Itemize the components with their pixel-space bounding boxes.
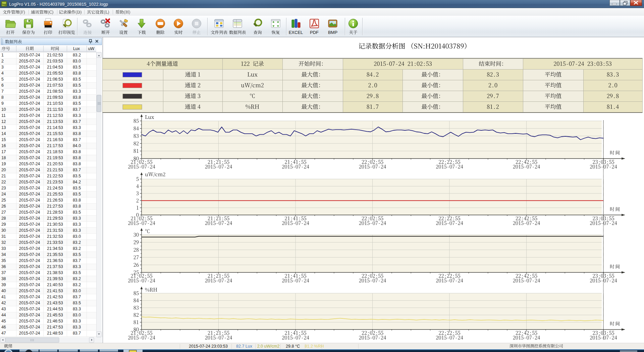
svg-text:2015-07-24: 2015-07-24 [19, 319, 40, 323]
svg-text:83.7: 83.7 [73, 295, 81, 299]
svg-text:81.2 %RH: 81.2 %RH [305, 344, 324, 349]
svg-text:25: 25 [1, 198, 6, 203]
svg-text:83.3: 83.3 [73, 113, 81, 118]
svg-text:2015-07-24: 2015-07-24 [19, 331, 40, 336]
svg-text:21:30:53: 21:30:53 [47, 222, 63, 227]
svg-text:2015-07-24: 2015-07-24 [19, 246, 40, 251]
svg-text:15: 15 [1, 137, 6, 142]
svg-text:2.0 uW/cm2: 2.0 uW/cm2 [257, 344, 280, 349]
svg-text:2015-07-24: 2015-07-24 [19, 307, 40, 311]
svg-text:21:42:53: 21:42:53 [47, 295, 63, 299]
svg-text:29: 29 [1, 222, 6, 227]
svg-text:83.7: 83.7 [73, 137, 81, 142]
svg-text:21:34:53: 21:34:53 [47, 246, 63, 251]
svg-text:21:22:53: 21:22:53 [47, 174, 63, 178]
svg-text:19: 19 [1, 162, 6, 166]
svg-text:21: 21 [1, 174, 6, 178]
svg-text:21:32:53: 21:32:53 [47, 234, 63, 239]
svg-text:83.5: 83.5 [73, 77, 81, 82]
svg-text:11: 11 [1, 113, 6, 118]
svg-text:17: 17 [1, 149, 6, 154]
svg-text:2015-07-24: 2015-07-24 [19, 53, 40, 57]
svg-text:83.3: 83.3 [73, 125, 81, 130]
svg-text:2015-07-24: 2015-07-24 [19, 113, 40, 118]
svg-text:83.7: 83.7 [73, 258, 81, 263]
svg-text:21:24:53: 21:24:53 [47, 186, 63, 190]
svg-text:21:48:53: 21:48:53 [47, 331, 63, 336]
svg-text:2015-07-24: 2015-07-24 [19, 222, 40, 227]
svg-text:2015-07-24: 2015-07-24 [19, 174, 40, 178]
svg-text:23: 23 [1, 186, 6, 190]
svg-text:21:10:53: 21:10:53 [47, 101, 63, 106]
svg-text:2015-07-24: 2015-07-24 [19, 65, 40, 70]
svg-text:13: 13 [1, 125, 6, 130]
svg-text:21:18:53: 21:18:53 [47, 149, 63, 154]
svg-text:2015-07-24: 2015-07-24 [19, 295, 40, 299]
svg-text:2015-07-24: 2015-07-24 [19, 198, 40, 203]
svg-text:83.8: 83.8 [73, 149, 81, 154]
svg-text:37: 37 [1, 270, 6, 275]
svg-text:83.3: 83.3 [73, 89, 81, 94]
svg-text:82.7 Lux: 82.7 Lux [236, 344, 253, 349]
svg-text:Lux: Lux [73, 46, 80, 51]
svg-text:2015-07-24: 2015-07-24 [19, 282, 40, 287]
svg-text:uW: uW [88, 46, 95, 51]
svg-text:83.5: 83.5 [73, 65, 81, 70]
svg-text:47: 47 [1, 331, 6, 336]
svg-text:21:44:53: 21:44:53 [47, 307, 63, 311]
svg-text:83.3: 83.3 [73, 319, 81, 323]
svg-text:2015-07-24: 2015-07-24 [19, 101, 40, 106]
svg-text:21:16:53: 21:16:53 [47, 137, 63, 142]
svg-text:43: 43 [1, 307, 6, 311]
svg-text:83.3: 83.3 [73, 222, 81, 227]
svg-text:83.2: 83.2 [73, 53, 81, 57]
svg-text:7: 7 [1, 89, 4, 94]
svg-text:83.5: 83.5 [73, 210, 81, 215]
svg-text:21:04:53: 21:04:53 [47, 65, 63, 70]
svg-text:83.5: 83.5 [73, 186, 81, 190]
svg-text:83.5: 83.5 [73, 174, 81, 178]
svg-text:31: 31 [1, 234, 6, 239]
svg-text:83.8: 83.8 [73, 198, 81, 203]
svg-text:21:26:53: 21:26:53 [47, 198, 63, 203]
svg-text:2015-07-24: 2015-07-24 [19, 162, 40, 166]
svg-text:21:02:53: 21:02:53 [47, 53, 63, 57]
svg-text:2015-07-24: 2015-07-24 [19, 137, 40, 142]
svg-text:1: 1 [1, 53, 4, 57]
svg-text:2015-07-24: 2015-07-24 [19, 125, 40, 130]
svg-text:21:20:53: 21:20:53 [47, 162, 63, 166]
svg-text:39: 39 [1, 282, 6, 287]
svg-text:2015-07-24: 2015-07-24 [19, 270, 40, 275]
svg-text:83.5: 83.5 [73, 270, 81, 275]
svg-text:83.7: 83.7 [73, 331, 81, 336]
svg-text:21:46:53: 21:46:53 [47, 319, 63, 323]
svg-text:29.8 °C: 29.8 °C [286, 344, 300, 349]
svg-text:83.2: 83.2 [73, 282, 81, 287]
svg-text:27: 27 [1, 210, 6, 215]
svg-text:9: 9 [1, 101, 4, 106]
svg-text:21:14:53: 21:14:53 [47, 125, 63, 130]
svg-text:2015-07-24: 2015-07-24 [19, 186, 40, 190]
svg-text:2015-07-24: 2015-07-24 [19, 149, 40, 154]
svg-text:BMP: BMP [328, 30, 337, 35]
svg-text:2015-07-24: 2015-07-24 [19, 234, 40, 239]
svg-text:5: 5 [1, 77, 4, 82]
svg-text:3: 3 [1, 65, 4, 70]
svg-text:2015-07-24: 2015-07-24 [19, 258, 40, 263]
svg-text:21:28:53: 21:28:53 [47, 210, 63, 215]
svg-text:83.0: 83.0 [73, 234, 81, 239]
svg-text:83.3: 83.3 [73, 307, 81, 311]
svg-text:21:06:53: 21:06:53 [47, 77, 63, 82]
svg-text:83.8: 83.8 [73, 162, 81, 166]
svg-text:83.2: 83.2 [73, 246, 81, 251]
svg-text:2015-07-24: 2015-07-24 [19, 89, 40, 94]
svg-text:PDF: PDF [310, 30, 319, 35]
svg-text:21:08:53: 21:08:53 [47, 89, 63, 94]
svg-text:log: log [2, 3, 6, 6]
svg-text:21:40:53: 21:40:53 [47, 282, 63, 287]
svg-text:83.5: 83.5 [73, 101, 81, 106]
svg-text:45: 45 [1, 319, 6, 323]
svg-text:EXCEL: EXCEL [289, 30, 303, 35]
svg-text:35: 35 [1, 258, 6, 263]
svg-text:2015-07-24: 2015-07-24 [19, 77, 40, 82]
